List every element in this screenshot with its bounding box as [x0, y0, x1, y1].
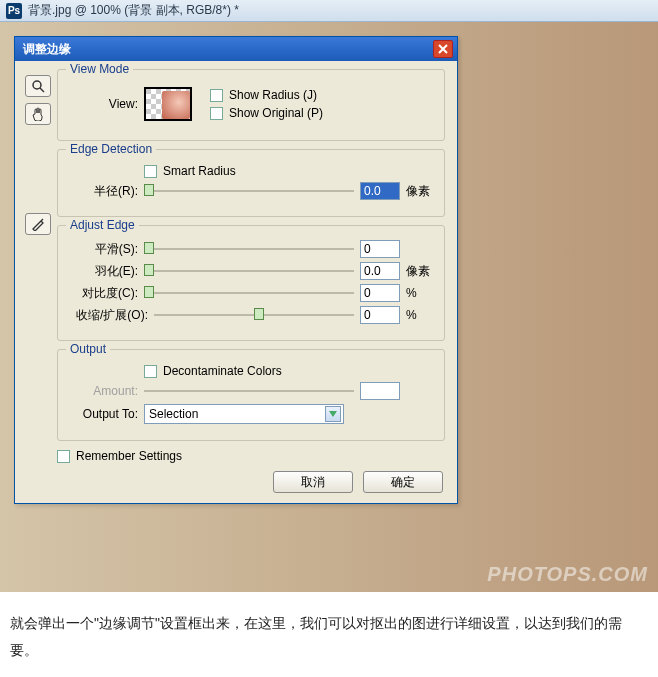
smart-radius-label: Smart Radius — [163, 164, 236, 178]
radius-unit: 像素 — [406, 183, 434, 200]
close-button[interactable] — [433, 40, 453, 58]
view-thumbnail — [162, 91, 190, 119]
feather-unit: 像素 — [406, 263, 434, 280]
radius-input[interactable]: 0.0 — [360, 182, 400, 200]
radius-label: 半径(R): — [68, 183, 138, 200]
amount-slider — [144, 382, 354, 400]
shift-slider[interactable] — [154, 306, 354, 324]
remember-settings-checkbox[interactable] — [57, 450, 70, 463]
article-caption: 就会弹出一个"边缘调节"设置框出来，在这里，我们可以对抠出的图进行详细设置，以达… — [0, 592, 658, 677]
adjust-edge-legend: Adjust Edge — [66, 218, 139, 232]
adjust-edge-group: Adjust Edge 平滑(S): 0 羽化(E): 0.0 像素 — [57, 225, 445, 341]
output-legend: Output — [66, 342, 110, 356]
feather-input[interactable]: 0.0 — [360, 262, 400, 280]
shift-input[interactable]: 0 — [360, 306, 400, 324]
shift-unit: % — [406, 308, 434, 322]
shift-label: 收缩/扩展(O): — [68, 307, 148, 324]
brush-tool[interactable] — [25, 213, 51, 235]
document-tab-bar: Ps 背景.jpg @ 100% (背景 副本, RGB/8*) * — [0, 0, 658, 22]
svg-point-0 — [33, 81, 41, 89]
feather-label: 羽化(E): — [68, 263, 138, 280]
decontaminate-checkbox[interactable] — [144, 365, 157, 378]
edge-detection-group: Edge Detection Smart Radius 半径(R): 0.0 像… — [57, 149, 445, 217]
amount-label: Amount: — [68, 384, 138, 398]
contrast-label: 对比度(C): — [68, 285, 138, 302]
feather-slider[interactable] — [144, 262, 354, 280]
radius-slider[interactable] — [144, 182, 354, 200]
contrast-slider[interactable] — [144, 284, 354, 302]
output-to-select[interactable]: Selection — [144, 404, 344, 424]
zoom-tool[interactable] — [25, 75, 51, 97]
dialog-title: 调整边缘 — [23, 41, 71, 58]
canvas-area: PHOTOPS.COM 调整边缘 — [0, 22, 658, 592]
output-group: Output Decontaminate Colors Amount: Outp… — [57, 349, 445, 441]
cancel-button[interactable]: 取消 — [273, 471, 353, 493]
hand-icon — [31, 107, 45, 121]
view-mode-dropdown[interactable] — [144, 87, 192, 121]
hand-tool[interactable] — [25, 103, 51, 125]
edge-detection-legend: Edge Detection — [66, 142, 156, 156]
show-original-label: Show Original (P) — [229, 106, 323, 120]
amount-input — [360, 382, 400, 400]
contrast-input[interactable]: 0 — [360, 284, 400, 302]
remember-settings-label: Remember Settings — [76, 449, 182, 463]
show-radius-label: Show Radius (J) — [229, 88, 317, 102]
smooth-label: 平滑(S): — [68, 241, 138, 258]
smooth-input[interactable]: 0 — [360, 240, 400, 258]
chevron-down-icon — [325, 406, 341, 422]
output-to-label: Output To: — [68, 407, 138, 421]
show-original-checkbox[interactable] — [210, 107, 223, 120]
view-mode-legend: View Mode — [66, 62, 133, 76]
refine-edge-dialog: 调整边缘 View Mode — [14, 36, 458, 504]
watermark: PHOTOPS.COM — [487, 563, 648, 586]
close-icon — [438, 44, 448, 54]
zoom-icon — [31, 79, 45, 93]
smooth-slider[interactable] — [144, 240, 354, 258]
decontaminate-label: Decontaminate Colors — [163, 364, 282, 378]
document-title: 背景.jpg @ 100% (背景 副本, RGB/8*) * — [28, 2, 239, 19]
contrast-unit: % — [406, 286, 434, 300]
brush-icon — [31, 217, 45, 231]
dialog-titlebar[interactable]: 调整边缘 — [15, 37, 457, 61]
svg-line-1 — [40, 88, 44, 92]
view-label: View: — [68, 97, 138, 111]
photoshop-icon: Ps — [6, 3, 22, 19]
smart-radius-checkbox[interactable] — [144, 165, 157, 178]
ok-button[interactable]: 确定 — [363, 471, 443, 493]
show-radius-checkbox[interactable] — [210, 89, 223, 102]
output-to-value: Selection — [149, 407, 198, 421]
view-mode-group: View Mode View: Show Radius (J) Show Ori… — [57, 69, 445, 141]
